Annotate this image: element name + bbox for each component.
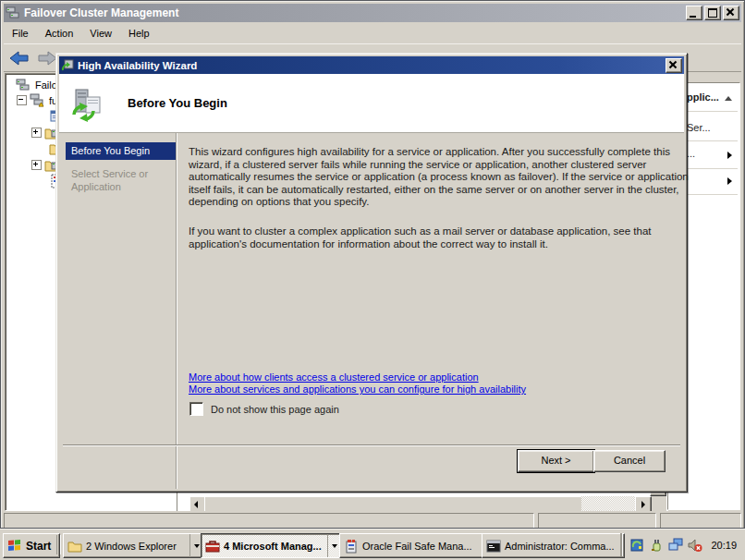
- wizard-header: Before You Begin: [59, 74, 684, 133]
- cancel-button[interactable]: Cancel: [593, 450, 666, 472]
- collapse-expander-icon[interactable]: [17, 95, 27, 105]
- statusbar-segment: [4, 513, 534, 529]
- taskbar: Start 2 Windows Explorer 4 Microsoft Man…: [0, 529, 745, 560]
- close-icon[interactable]: [723, 6, 739, 20]
- system-tray: 20:19: [620, 533, 742, 556]
- submenu-arrow-icon: [727, 152, 732, 159]
- hardware-plug-icon[interactable]: [649, 538, 664, 553]
- network-status-icon[interactable]: [668, 538, 683, 553]
- before-you-begin-icon: [70, 87, 105, 122]
- forward-icon[interactable]: [37, 51, 57, 66]
- wizard-step-before-you-begin[interactable]: Before You Begin: [66, 142, 176, 160]
- taskbar-button-oracle-fail-safe[interactable]: Oracle Fail Safe Mana...: [339, 533, 485, 558]
- command-prompt-icon: [486, 539, 501, 554]
- main-window-title: Failover Cluster Management: [24, 6, 178, 19]
- scrollbar-corner: [652, 496, 666, 511]
- windows-logo-icon: [7, 539, 22, 554]
- cluster-warning-icon: [30, 93, 44, 108]
- do-not-show-checkbox-row: Do not show this page again: [189, 402, 339, 416]
- group-dropdown-icon[interactable]: [189, 534, 200, 557]
- tray-app-icon[interactable]: [629, 538, 644, 553]
- cluster-app-icon: [6, 6, 20, 20]
- statusbar-segment: [538, 513, 656, 529]
- statusbar-segment: [660, 513, 741, 529]
- expand-expander-icon[interactable]: [31, 128, 42, 138]
- high-availability-wizard-dialog: High Availability Wizard Before You Begi…: [55, 53, 688, 493]
- folder-icon: [67, 539, 82, 554]
- do-not-show-checkbox[interactable]: [189, 402, 203, 416]
- tree-item-cluster-node[interactable]: fu: [17, 92, 59, 108]
- wizard-close-icon[interactable]: [666, 58, 682, 73]
- cluster-icon: [16, 78, 31, 92]
- menu-help[interactable]: Help: [120, 25, 158, 42]
- intro-paragraph: This wizard configures high availability…: [189, 146, 689, 209]
- collapse-icon[interactable]: [725, 96, 732, 101]
- wizard-step-select-service: Select Service or Application: [71, 167, 168, 193]
- start-button[interactable]: Start: [3, 533, 60, 558]
- menu-action[interactable]: Action: [37, 25, 82, 42]
- oracle-fail-safe-icon: [344, 539, 359, 554]
- desktop: Failover Cluster Management File Action …: [0, 0, 745, 560]
- menu-view[interactable]: View: [81, 25, 120, 42]
- horizontal-scrollbar[interactable]: [189, 496, 652, 511]
- minimize-icon[interactable]: [686, 6, 702, 20]
- quick-launch-divider: [56, 535, 61, 554]
- submenu-arrow-icon: [727, 177, 732, 185]
- back-icon[interactable]: [9, 51, 30, 66]
- wizard-title: High Availability Wizard: [78, 60, 197, 71]
- expand-expander-icon[interactable]: [31, 160, 42, 170]
- next-button[interactable]: Next >: [518, 450, 594, 472]
- statusbar: [4, 511, 741, 529]
- divider: [63, 444, 680, 446]
- menubar: File Action View Help: [4, 23, 741, 44]
- mmc-toolbox-icon: [205, 539, 220, 554]
- clock[interactable]: 20:19: [711, 540, 737, 551]
- scrollbar-track[interactable]: [581, 496, 637, 511]
- menu-file[interactable]: File: [4, 25, 37, 42]
- do-not-show-checkbox-label: Do not show this page again: [211, 404, 339, 415]
- page-title: Before You Begin: [128, 96, 227, 110]
- volume-muted-icon[interactable]: [688, 538, 702, 553]
- taskbar-button-command-prompt[interactable]: Administrator: Comma...: [482, 533, 625, 558]
- complex-app-paragraph: If you want to cluster a complex applica…: [189, 225, 689, 250]
- main-window-titlebar[interactable]: Failover Cluster Management: [4, 4, 741, 22]
- wizard-body: Before You Begin Select Service or Appli…: [59, 133, 684, 489]
- wizard-icon: [61, 59, 74, 72]
- wizard-titlebar[interactable]: High Availability Wizard: [59, 56, 684, 74]
- link-services-configure[interactable]: More about services and applications you…: [189, 383, 526, 395]
- group-dropdown-icon[interactable]: [327, 534, 337, 557]
- link-clients-access[interactable]: More about how clients access a clustere…: [189, 371, 479, 383]
- taskbar-button-windows-explorer[interactable]: 2 Windows Explorer: [63, 533, 204, 558]
- actions-pane-item[interactable]: Ser...: [687, 122, 711, 133]
- maximize-icon[interactable]: [704, 6, 721, 20]
- divider: [176, 133, 177, 489]
- taskbar-button-microsoft-management[interactable]: 4 Microsoft Manag...: [201, 533, 342, 558]
